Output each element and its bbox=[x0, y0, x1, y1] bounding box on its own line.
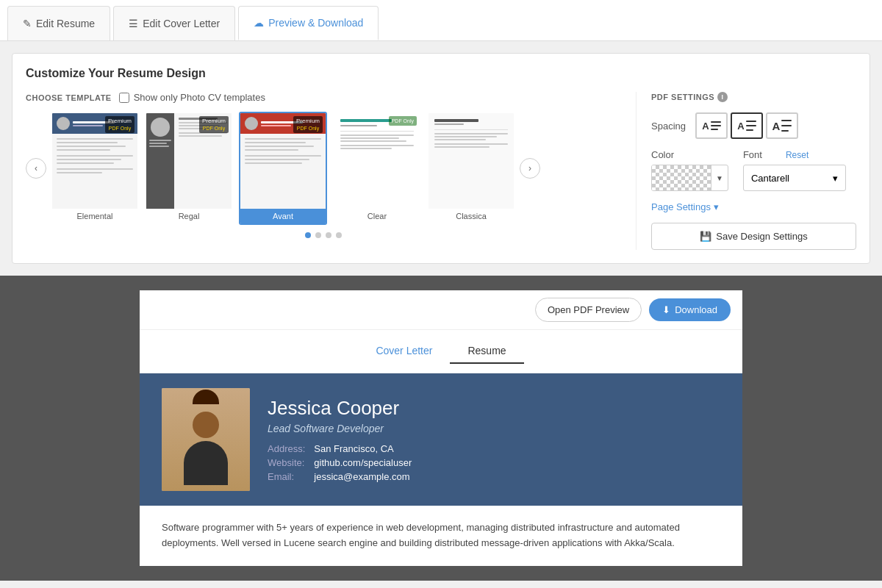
color-label: Color bbox=[651, 149, 728, 160]
prev-template-arrow[interactable]: ‹ bbox=[26, 158, 46, 179]
resume-tab-label: Resume bbox=[467, 345, 506, 356]
dot-3[interactable] bbox=[326, 232, 331, 238]
address-label: Address: bbox=[268, 443, 305, 454]
template-carousel: ‹ bbox=[26, 112, 621, 225]
page-settings-label: Page Settings bbox=[651, 201, 711, 212]
normal-lines bbox=[746, 121, 756, 131]
template-regal[interactable]: PremiumPDF Only Regal bbox=[145, 112, 233, 225]
dot-4[interactable] bbox=[336, 232, 342, 238]
next-template-arrow[interactable]: › bbox=[520, 158, 540, 179]
tab-edit-resume-label: Edit Resume bbox=[36, 18, 95, 29]
template-elemental-preview: PremiumPDF Only bbox=[52, 113, 137, 209]
resume-header: Jessica Cooper Lead Software Developer A… bbox=[140, 373, 742, 506]
tab-edit-cover-letter-label: Edit Cover Letter bbox=[143, 18, 220, 29]
clear-pdf-badge: PDF Only bbox=[389, 116, 417, 126]
pdf-settings-title: PDF SETTINGS i bbox=[651, 92, 856, 102]
template-classica-preview bbox=[429, 113, 514, 209]
compact-lines bbox=[711, 121, 721, 130]
download-label: Download bbox=[675, 304, 717, 315]
dot-1[interactable] bbox=[305, 232, 311, 238]
pdf-settings-panel: PDF SETTINGS i Spacing A bbox=[636, 92, 856, 250]
download-button[interactable]: ⬇ Download bbox=[649, 298, 731, 321]
chevron-down-icon: ▾ bbox=[714, 201, 719, 212]
tab-resume[interactable]: Resume bbox=[450, 339, 523, 364]
panel-body: CHOOSE TEMPLATE Show only Photo CV templ… bbox=[26, 92, 856, 250]
photo-filter-checkbox[interactable]: Show only Photo CV templates bbox=[119, 92, 265, 103]
save-design-settings-button[interactable]: 💾 Save Design Settings bbox=[651, 223, 856, 250]
person-head bbox=[193, 412, 219, 438]
spacious-a: A bbox=[772, 120, 781, 132]
font-value: Cantarell bbox=[751, 173, 789, 184]
color-font-row: Color ▼ Font Reset Cantarell bbox=[651, 149, 856, 191]
resume-summary: Software programmer with 5+ years of exp… bbox=[162, 520, 720, 551]
person-photo bbox=[162, 388, 250, 491]
doc-tabs: Cover Letter Resume bbox=[140, 330, 742, 373]
color-section: Color ▼ bbox=[651, 149, 728, 191]
tab-preview-download[interactable]: ☁ Preview & Download bbox=[238, 6, 379, 40]
spacing-normal-btn[interactable]: A bbox=[731, 112, 763, 139]
website-label: Website: bbox=[268, 457, 305, 468]
info-icon[interactable]: i bbox=[717, 92, 728, 102]
edit-resume-icon: ✎ bbox=[23, 18, 32, 29]
font-select-button[interactable]: Cantarell ▾ bbox=[743, 165, 846, 191]
top-nav: ✎ Edit Resume ☰ Edit Cover Letter ☁ Prev… bbox=[0, 0, 882, 41]
tab-edit-cover-letter[interactable]: ☰ Edit Cover Letter bbox=[113, 6, 235, 40]
classica-name: Classica bbox=[429, 209, 514, 223]
customize-panel: Customize Your Resume Design CHOOSE TEMP… bbox=[12, 53, 870, 264]
template-avant[interactable]: PremiumPDF Only Avant bbox=[239, 112, 327, 225]
carousel-dots bbox=[26, 232, 621, 238]
save-design-label: Save Design Settings bbox=[716, 231, 807, 242]
elemental-name: Elemental bbox=[52, 209, 137, 223]
spacing-compact-btn[interactable]: A bbox=[695, 112, 728, 139]
save-icon: 💾 bbox=[700, 231, 711, 242]
spacing-spacious-btn[interactable]: A bbox=[766, 112, 798, 139]
spacious-lines bbox=[781, 120, 792, 132]
reset-font-link[interactable]: Reset bbox=[786, 150, 808, 160]
resume-photo bbox=[162, 388, 250, 491]
regal-premium-badge: PremiumPDF Only bbox=[199, 116, 229, 133]
edit-cover-letter-icon: ☰ bbox=[129, 18, 138, 29]
color-swatch bbox=[652, 165, 711, 190]
resume-name: Jessica Cooper bbox=[268, 397, 720, 420]
template-elemental[interactable]: PremiumPDF Only Elemental bbox=[51, 112, 139, 225]
person-hair bbox=[193, 390, 219, 404]
preview-toolbar: Open PDF Preview ⬇ Download bbox=[140, 290, 742, 330]
template-regal-preview: PremiumPDF Only bbox=[146, 113, 232, 209]
website-value: github.com/specialuser bbox=[314, 457, 720, 468]
template-header: CHOOSE TEMPLATE Show only Photo CV templ… bbox=[26, 92, 621, 103]
open-pdf-button[interactable]: Open PDF Preview bbox=[535, 298, 642, 322]
preview-section: Open PDF Preview ⬇ Download Cover Letter… bbox=[0, 276, 882, 581]
normal-a: A bbox=[737, 121, 744, 132]
avant-premium-badge: PremiumPDF Only bbox=[293, 116, 323, 133]
resume-job-title: Lead Software Developer bbox=[268, 423, 720, 434]
template-clear[interactable]: PDF Only Clear bbox=[333, 112, 421, 225]
photo-filter-label: Show only Photo CV templates bbox=[134, 92, 265, 103]
customize-title: Customize Your Resume Design bbox=[26, 67, 856, 80]
spacing-setting: Spacing A A bbox=[651, 112, 856, 139]
choose-template-label: CHOOSE TEMPLATE bbox=[26, 93, 112, 102]
font-label-row: Font Reset bbox=[743, 149, 846, 160]
tab-preview-download-label: Preview & Download bbox=[268, 17, 363, 29]
font-dropdown-icon: ▾ bbox=[833, 173, 838, 184]
template-classica[interactable]: Classica bbox=[427, 112, 515, 225]
tab-edit-resume[interactable]: ✎ Edit Resume bbox=[7, 6, 110, 40]
dot-2[interactable] bbox=[315, 232, 321, 238]
resume-contact: Address: San Francisco, CA Website: gith… bbox=[268, 443, 720, 482]
cover-letter-tab-label: Cover Letter bbox=[376, 345, 432, 356]
email-label: Email: bbox=[268, 471, 305, 482]
email-value: jessica@example.com bbox=[314, 471, 720, 482]
font-label: Font bbox=[743, 149, 780, 160]
spacing-label: Spacing bbox=[651, 121, 688, 132]
person-body bbox=[184, 441, 228, 485]
template-avant-preview: PremiumPDF Only bbox=[240, 113, 326, 209]
resume-info: Jessica Cooper Lead Software Developer A… bbox=[268, 397, 720, 482]
template-clear-preview: PDF Only bbox=[334, 113, 420, 209]
page-settings-link[interactable]: Page Settings ▾ bbox=[651, 201, 856, 212]
regal-name: Regal bbox=[146, 209, 232, 223]
photo-filter-input[interactable] bbox=[119, 93, 129, 103]
clear-name: Clear bbox=[334, 209, 420, 223]
color-picker-button[interactable]: ▼ bbox=[651, 165, 728, 191]
resume-content: Jessica Cooper Lead Software Developer A… bbox=[140, 373, 742, 566]
tab-cover-letter[interactable]: Cover Letter bbox=[358, 339, 450, 364]
cloud-download-icon: ☁ bbox=[254, 17, 264, 29]
